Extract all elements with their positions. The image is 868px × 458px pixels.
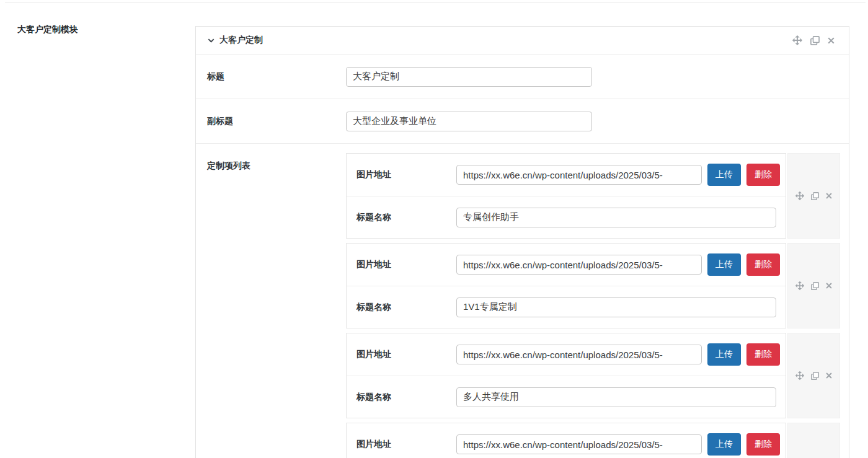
field-row-subtitle: 副标题 — [196, 99, 849, 144]
item-actions — [787, 423, 840, 458]
item-actions — [787, 333, 840, 418]
group-panel-title: 大客户定制 — [219, 35, 263, 46]
duplicate-icon[interactable] — [810, 35, 820, 46]
title-input[interactable] — [346, 67, 592, 87]
move-icon[interactable] — [795, 371, 805, 381]
chevron-down-icon[interactable] — [207, 37, 215, 45]
upload-button[interactable]: 上传 — [707, 343, 741, 366]
image-url-row: 图片地址 上传 删除 — [347, 333, 786, 376]
subtitle-field-label: 副标题 — [196, 116, 346, 127]
field-row-item-list: 定制项列表 图片地址 上传 删除 标题名称 — [196, 144, 849, 458]
move-icon[interactable] — [792, 35, 803, 46]
list-item: 图片地址 上传 删除 标题名称 — [346, 423, 840, 458]
page-top-divider — [5, 2, 866, 2]
move-icon[interactable] — [795, 281, 805, 291]
field-row-title: 标题 — [196, 55, 849, 99]
list-item: 图片地址 上传 删除 标题名称 — [346, 333, 840, 418]
repeater-items: 图片地址 上传 删除 标题名称 — [346, 153, 840, 458]
close-icon[interactable] — [827, 37, 835, 45]
item-list-field-label: 定制项列表 — [196, 153, 346, 172]
item-actions — [787, 153, 840, 239]
delete-button[interactable]: 删除 — [746, 433, 780, 456]
list-item: 图片地址 上传 删除 标题名称 — [346, 243, 840, 328]
image-url-row: 图片地址 上传 删除 — [347, 423, 786, 458]
upload-button[interactable]: 上传 — [707, 433, 741, 456]
image-url-row: 图片地址 上传 删除 — [347, 244, 786, 286]
image-url-label: 图片地址 — [356, 439, 456, 450]
item-title-input[interactable] — [456, 297, 776, 317]
group-header-actions — [792, 35, 835, 46]
item-title-row: 标题名称 — [347, 376, 786, 418]
item-title-label: 标题名称 — [356, 302, 456, 313]
image-url-input[interactable] — [456, 345, 702, 364]
title-field-label: 标题 — [196, 71, 346, 82]
list-item-fields: 图片地址 上传 删除 标题名称 — [346, 333, 786, 418]
image-url-label: 图片地址 — [356, 349, 456, 360]
list-item-fields: 图片地址 上传 删除 标题名称 — [346, 153, 786, 239]
list-item: 图片地址 上传 删除 标题名称 — [346, 153, 840, 239]
duplicate-icon[interactable] — [810, 371, 820, 381]
group-panel-header[interactable]: 大客户定制 — [196, 27, 849, 55]
image-url-input[interactable] — [456, 165, 702, 185]
upload-button[interactable]: 上传 — [707, 253, 741, 276]
subtitle-input[interactable] — [346, 112, 592, 131]
item-actions — [787, 243, 840, 328]
item-title-label: 标题名称 — [356, 392, 456, 403]
list-item-fields: 图片地址 上传 删除 标题名称 — [346, 423, 786, 458]
duplicate-icon[interactable] — [810, 192, 820, 201]
image-url-input[interactable] — [456, 434, 702, 454]
delete-button[interactable]: 删除 — [746, 164, 780, 186]
close-icon[interactable] — [825, 192, 833, 200]
image-url-input[interactable] — [456, 255, 702, 275]
close-icon[interactable] — [825, 372, 833, 379]
image-url-label: 图片地址 — [356, 169, 456, 180]
image-url-label: 图片地址 — [356, 259, 456, 270]
module-field-label: 大客户定制模块 — [17, 24, 78, 35]
delete-button[interactable]: 删除 — [746, 253, 780, 276]
item-title-row: 标题名称 — [347, 196, 786, 238]
item-title-input[interactable] — [456, 208, 776, 227]
move-icon[interactable] — [795, 191, 805, 201]
item-title-input[interactable] — [456, 387, 776, 407]
item-title-label: 标题名称 — [356, 212, 456, 223]
delete-button[interactable]: 删除 — [746, 343, 780, 366]
upload-button[interactable]: 上传 — [707, 164, 741, 186]
image-url-row: 图片地址 上传 删除 — [347, 154, 786, 196]
item-title-row: 标题名称 — [347, 286, 786, 328]
group-panel: 大客户定制 标题 副标题 定制项列表 — [195, 26, 849, 458]
close-icon[interactable] — [825, 282, 833, 289]
duplicate-icon[interactable] — [810, 281, 820, 291]
list-item-fields: 图片地址 上传 删除 标题名称 — [346, 243, 786, 328]
